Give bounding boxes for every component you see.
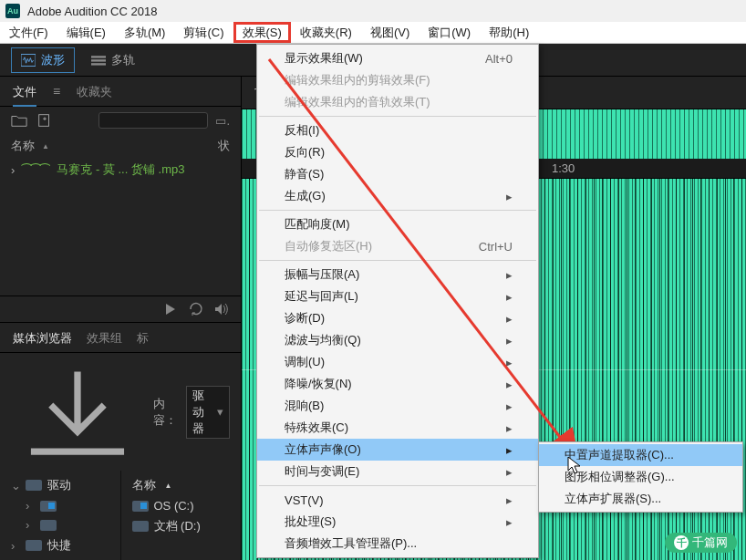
menu-item[interactable]: 匹配响度(M)	[257, 213, 538, 235]
menu-item[interactable]: 静音(S)	[257, 163, 538, 185]
tree-drive-item[interactable]: ›	[9, 515, 111, 534]
content-dropdown[interactable]: 驱动器	[186, 386, 230, 439]
menu-item[interactable]: 振幅与压限(A)	[257, 264, 538, 285]
volume-icon[interactable]	[213, 302, 230, 316]
menu-item[interactable]: 生成(G)	[257, 185, 538, 207]
drives-icon	[26, 480, 42, 491]
tab-media-browser[interactable]: 媒体浏览器	[13, 330, 72, 347]
import-icon[interactable]	[11, 358, 144, 465]
menu-multitrack[interactable]: 多轨(M)	[115, 22, 175, 43]
menu-item[interactable]: 反相(I)	[257, 119, 538, 141]
submenu-item[interactable]: 立体声扩展器(S)...	[539, 488, 742, 510]
stereo-imagery-submenu: 中置声道提取器(C)...图形相位调整器(G)...立体声扩展器(S)...	[538, 441, 743, 513]
svg-rect-4	[39, 115, 49, 127]
waveform-mode-button[interactable]: 波形	[11, 47, 75, 73]
content-label: 内容：	[153, 396, 177, 429]
drive-icon	[40, 501, 57, 512]
waveform-icon	[21, 54, 36, 67]
menu-item[interactable]: 滤波与均衡(Q)	[257, 329, 538, 351]
app-logo-icon: Au	[5, 4, 20, 18]
menu-item: 编辑效果组内的音轨效果(T)	[257, 91, 538, 113]
tree-col-header[interactable]: 名称▲	[130, 474, 233, 496]
menu-window[interactable]: 窗口(W)	[419, 22, 480, 43]
loop-icon[interactable]	[188, 302, 204, 316]
multitrack-mode-button[interactable]: 多轨	[82, 48, 144, 72]
drive-icon	[40, 520, 57, 531]
play-icon[interactable]	[162, 302, 179, 316]
svg-rect-1	[91, 56, 106, 57]
svg-rect-3	[91, 63, 106, 65]
menu-item: 编辑效果组内的剪辑效果(F)	[257, 69, 538, 91]
svg-rect-2	[91, 59, 106, 61]
menu-item[interactable]: VST(V)	[257, 489, 538, 511]
menu-effects[interactable]: 效果(S)	[233, 22, 291, 43]
waveform-label: 波形	[41, 52, 65, 68]
browser-tabs: 媒体浏览器 效果组 标	[0, 322, 241, 353]
menu-item[interactable]: 特殊效果(C)	[257, 417, 538, 439]
files-panel-tabs: 文件 ≡ 收藏夹	[0, 77, 241, 107]
menu-item[interactable]: 立体声声像(O)	[257, 439, 538, 461]
menu-item[interactable]: 批处理(S)	[257, 511, 538, 533]
menu-help[interactable]: 帮助(H)	[480, 22, 538, 43]
multitrack-label: 多轨	[111, 52, 135, 68]
menu-item[interactable]: 降噪/恢复(N)	[257, 373, 538, 395]
submenu-item[interactable]: 图形相位调整器(G)...	[539, 466, 742, 488]
file-name: 马赛克 - 莫 ... 货铺 .mp3	[57, 161, 184, 178]
submenu-item[interactable]: 中置声道提取器(C)...	[539, 444, 742, 466]
open-file-icon[interactable]	[11, 113, 27, 128]
filter-icon[interactable]: ▭.	[215, 114, 230, 128]
menu-item[interactable]: 混响(B)	[257, 395, 538, 417]
menu-item[interactable]: 调制(U)	[257, 351, 538, 373]
menu-favorites[interactable]: 收藏夹(R)	[291, 22, 361, 43]
tree-drive-c[interactable]: OS (C:)	[130, 496, 233, 515]
menu-clip[interactable]: 剪辑(C)	[174, 22, 233, 43]
time-marker: 1:30	[552, 161, 575, 175]
tab-effects-rack[interactable]: 效果组	[87, 330, 122, 347]
menu-item: 自动修复选区(H)Ctrl+U	[257, 235, 538, 257]
watermark-icon: 千	[674, 535, 689, 550]
panel-menu-icon[interactable]: ≡	[53, 84, 60, 100]
left-panel: 文件 ≡ 收藏夹 ▭. 名称 状 › ⁀⁀⁀ 马赛克 - 莫 ... 货铺 .m…	[0, 77, 242, 560]
effects-menu: 显示效果组(W)Alt+0编辑效果组内的剪辑效果(F)编辑效果组内的音轨效果(T…	[256, 44, 539, 558]
menu-item[interactable]: 时间与变调(E)	[257, 461, 538, 482]
menu-file[interactable]: 文件(F)	[0, 22, 57, 43]
watermark-text: 千篇网	[692, 534, 728, 551]
col-status[interactable]: 状	[218, 138, 230, 154]
folder-icon	[26, 540, 42, 551]
drive-icon	[132, 521, 149, 532]
menu-bar: 文件(F) 编辑(E) 多轨(M) 剪辑(C) 效果(S) 收藏夹(R) 视图(…	[0, 22, 746, 44]
tree-drives[interactable]: ⌄驱动	[9, 474, 111, 496]
browser-tree: ⌄驱动 › › ›快捷 名称▲ OS (C:) 文档 (D:)	[0, 471, 241, 560]
menu-item[interactable]: 反向(R)	[257, 141, 538, 163]
transport-controls	[0, 296, 241, 322]
multitrack-icon	[91, 54, 106, 67]
tab-files[interactable]: 文件	[13, 84, 36, 100]
files-columns: 名称 状	[0, 134, 241, 156]
tab-markers[interactable]: 标	[137, 330, 149, 347]
app-title: Adobe Audition CC 2018	[27, 5, 157, 18]
menu-item[interactable]: 诊断(D)	[257, 307, 538, 329]
file-row[interactable]: › ⁀⁀⁀ 马赛克 - 莫 ... 货铺 .mp3	[0, 156, 241, 183]
menu-view[interactable]: 视图(V)	[361, 22, 419, 43]
menu-item[interactable]: 音频增效工具管理器(P)...	[257, 533, 538, 555]
tree-quick[interactable]: ›快捷	[9, 534, 111, 556]
menu-item[interactable]: 显示效果组(W)Alt+0	[257, 47, 538, 69]
new-file-icon[interactable]	[36, 113, 53, 128]
tree-drive-item[interactable]: ›	[9, 496, 111, 515]
file-search-input[interactable]	[98, 112, 208, 129]
tab-favorites[interactable]: 收藏夹	[77, 84, 112, 100]
browser-toolbar: 内容： 驱动器	[0, 353, 241, 471]
audio-file-icon: ⁀⁀⁀	[22, 163, 49, 177]
chevron-right-icon: ›	[11, 163, 15, 177]
title-bar: Au Adobe Audition CC 2018	[0, 0, 746, 22]
menu-item[interactable]: 延迟与回声(L)	[257, 285, 538, 307]
col-name[interactable]: 名称	[11, 138, 49, 154]
drive-icon	[132, 501, 149, 512]
files-toolbar: ▭.	[0, 107, 241, 134]
tree-drive-d[interactable]: 文档 (D:)	[130, 515, 233, 537]
watermark: 千 千篇网	[665, 533, 737, 553]
menu-edit[interactable]: 编辑(E)	[57, 22, 115, 43]
